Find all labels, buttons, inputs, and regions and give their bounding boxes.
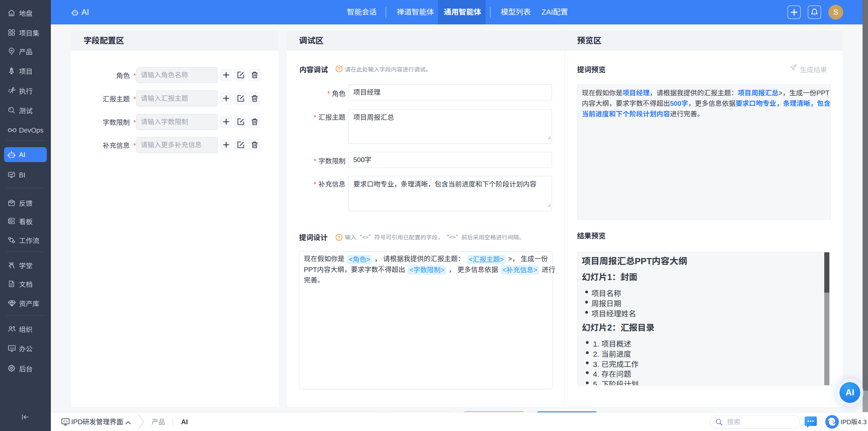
- svg-text:?: ?: [338, 66, 340, 72]
- svg-text:OA: OA: [10, 347, 14, 350]
- svg-text:?: ?: [338, 235, 340, 240]
